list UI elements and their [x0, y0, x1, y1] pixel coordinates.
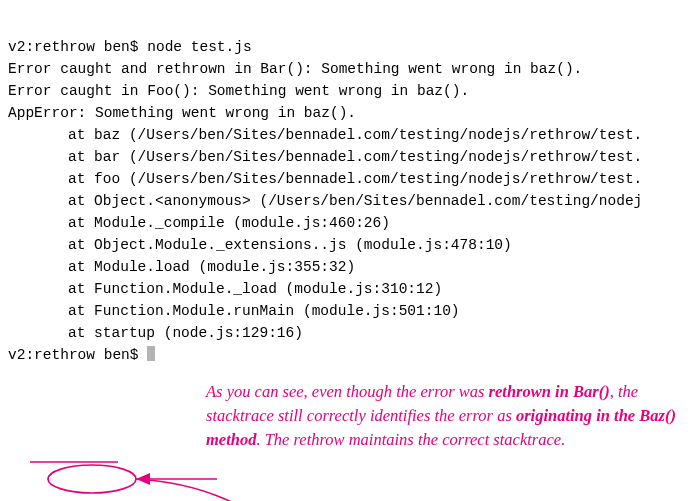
stack-line: at Object.<anonymous> (/Users/ben/Sites/… — [8, 193, 642, 209]
command: node test.js — [147, 39, 251, 55]
output-line: AppError: Something went wrong in baz(). — [8, 105, 356, 121]
prompt: v2:rethrow ben$ — [8, 39, 147, 55]
annotation-note: As you can see, even though the error wa… — [206, 380, 676, 452]
note-bold: rethrown in Bar() — [489, 382, 610, 401]
stack-line: at bar (/Users/ben/Sites/bennadel.com/te… — [8, 149, 642, 165]
prompt: v2:rethrow ben$ — [8, 347, 147, 363]
stack-line: at Function.Module._load (module.js:310:… — [8, 281, 442, 297]
output-line: Error caught and rethrown in Bar(): Some… — [8, 61, 582, 77]
terminal-output: v2:rethrow ben$ node test.js Error caugh… — [0, 0, 700, 366]
note-text: . The rethrow maintains the correct stac… — [256, 430, 565, 449]
stack-line: at Function.Module.runMain (module.js:50… — [8, 303, 460, 319]
note-text: As you can see, even though the error wa… — [206, 382, 489, 401]
prompt-line-2: v2:rethrow ben$ — [8, 347, 155, 363]
svg-point-0 — [48, 465, 136, 493]
stack-line: at startup (node.js:129:16) — [8, 325, 303, 341]
stack-line: at Module._compile (module.js:460:26) — [8, 215, 390, 231]
stack-line: at Module.load (module.js:355:32) — [8, 259, 355, 275]
stack-line: at Object.Module._extensions..js (module… — [8, 237, 512, 253]
cursor-icon — [147, 346, 155, 361]
stack-line: at foo (/Users/ben/Sites/bennadel.com/te… — [8, 171, 642, 187]
output-line: Error caught in Foo(): Something went wr… — [8, 83, 469, 99]
prompt-line-1: v2:rethrow ben$ node test.js — [8, 39, 252, 55]
stack-line: at baz (/Users/ben/Sites/bennadel.com/te… — [8, 127, 642, 143]
